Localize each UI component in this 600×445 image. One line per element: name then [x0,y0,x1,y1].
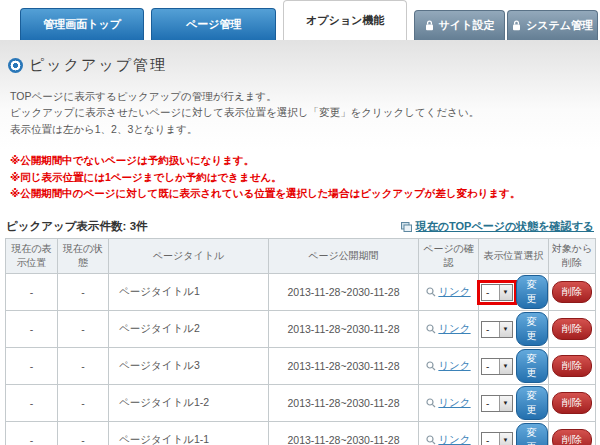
delete-button[interactable]: 削除 [552,429,592,445]
cell-current-position: - [6,422,58,445]
table-row: - - ページタイトル3 2013-11-28~2030-11-28 リンク -… [6,348,596,385]
col-position-select: 表示位置選択 [479,239,549,274]
col-page-title: ページタイトル [109,239,269,274]
page-preview-link[interactable]: リンク [438,322,470,336]
magnifier-icon [426,435,436,445]
chevron-down-icon: ▼ [499,359,512,374]
bullet-circle-icon [8,58,23,73]
position-select-value: - [482,287,489,298]
table-row: - - ページタイトル2 2013-11-28~2030-11-28 リンク -… [6,311,596,348]
tab-site-settings-label: サイト設定 [439,18,495,33]
chevron-down-icon: ▼ [499,396,512,411]
cell-current-status: - [58,422,109,445]
warning-text: ※公開期間中でないページは予約扱いになります。 ※同じ表示位置には1ページまでし… [10,152,590,202]
position-select-dropdown[interactable]: - ▼ [481,358,513,375]
cell-position-select: - ▼ 変更 [479,422,549,445]
change-button[interactable]: 変更 [516,312,548,346]
change-button[interactable]: 変更 [516,349,548,383]
cell-delete: 削除 [549,385,596,422]
cell-position-select: - ▼ 変更 [479,348,549,385]
magnifier-icon [426,361,436,371]
check-top-page-status-label: 現在のTOPページの状態を確認する [416,219,594,234]
position-select-value: - [482,324,489,335]
position-select-value: - [482,435,489,445]
cell-page-confirm: リンク [419,422,479,445]
cell-current-position: - [6,348,58,385]
change-button[interactable]: 変更 [516,386,548,420]
page-title: ピックアップ管理 [29,56,167,75]
lock-icon [425,20,434,31]
check-top-page-status-link[interactable]: 現在のTOPページの状態を確認する [401,219,594,234]
cell-current-status: - [58,385,109,422]
position-select-dropdown[interactable]: - ▼ [481,284,513,301]
top-tab-bar: 管理画面トップ ページ管理 オプション機能 サイト設定 システム管理 [0,0,600,40]
magnifier-icon [426,398,436,408]
chevron-down-icon: ▼ [499,322,512,337]
cell-delete: 削除 [549,311,596,348]
cell-page-confirm: リンク [419,385,479,422]
position-select-dropdown[interactable]: - ▼ [481,395,513,412]
tab-admin-top[interactable]: 管理画面トップ [20,8,144,40]
window-icon [401,222,412,232]
cell-current-position: - [6,385,58,422]
position-select-dropdown[interactable]: - ▼ [481,321,513,338]
delete-button[interactable]: 削除 [552,355,592,377]
tab-system-management-label: システム管理 [526,18,593,33]
page-heading: ピックアップ管理 [0,40,600,75]
cell-page-period: 2013-11-28~2030-11-28 [269,348,419,385]
cell-current-status: - [58,274,109,311]
cell-page-title: ページタイトル1-2 [109,385,269,422]
pickup-table: 現在の表示位置 現在の状態 ページタイトル ページ公開期間 ページの確認 表示位… [5,238,596,445]
cell-position-select: - ▼ 変更 [479,385,549,422]
table-row: - - ページタイトル1-2 2013-11-28~2030-11-28 リンク… [6,385,596,422]
position-select-value: - [482,398,489,409]
cell-page-period: 2013-11-28~2030-11-28 [269,422,419,445]
warning-line: ※同じ表示位置には1ページまでしか予約はできません。 [10,169,590,186]
position-select-value: - [482,361,489,372]
cell-delete: 削除 [549,422,596,445]
description-line: ピックアップに表示させたいページに対して表示位置を選択し「変更」をクリックしてく… [10,104,590,120]
change-button[interactable]: 変更 [516,275,548,309]
cell-current-position: - [6,311,58,348]
cell-page-period: 2013-11-28~2030-11-28 [269,311,419,348]
main-content: ピックアップ管理 TOPページに表示するピックアップの管理が行えます。 ピックア… [0,40,600,445]
tab-page-management[interactable]: ページ管理 [151,8,275,40]
col-current-position: 現在の表示位置 [6,239,58,274]
page-preview-link[interactable]: リンク [438,396,470,410]
warning-line: ※公開期間中のページに対して既に表示されている位置を選択した場合はピックアップが… [10,185,590,202]
cell-delete: 削除 [549,348,596,385]
page-preview-link[interactable]: リンク [438,359,470,373]
table-row: - - ページタイトル1-1 2013-11-28~2030-11-28 リンク… [6,422,596,445]
cell-page-confirm: リンク [419,348,479,385]
magnifier-icon [426,324,436,334]
position-select-dropdown[interactable]: - ▼ [481,432,513,445]
cell-current-status: - [58,311,109,348]
cell-page-title: ページタイトル2 [109,311,269,348]
table-row: - - ページタイトル1 2013-11-28~2030-11-28 リンク -… [6,274,596,311]
warning-line: ※公開期間中でないページは予約扱いになります。 [10,152,590,169]
description-text: TOPページに表示するピックアップの管理が行えます。 ピックアップに表示させたい… [10,88,590,137]
magnifier-icon [426,287,436,297]
cell-position-select: - ▼ 変更 [479,311,549,348]
delete-button[interactable]: 削除 [552,318,592,340]
table-header-row: 現在の表示位置 現在の状態 ページタイトル ページ公開期間 ページの確認 表示位… [6,239,596,274]
delete-button[interactable]: 削除 [552,392,592,414]
cell-page-confirm: リンク [419,274,479,311]
cell-page-period: 2013-11-28~2030-11-28 [269,385,419,422]
col-page-confirm: ページの確認 [419,239,479,274]
change-button[interactable]: 変更 [516,423,548,445]
description-line: 表示位置は左から1、2、3となります。 [10,121,590,137]
cell-position-select: - ▼ 変更 [479,274,549,311]
col-delete: 対象から削除 [549,239,596,274]
cell-page-title: ページタイトル1-1 [109,422,269,445]
cell-delete: 削除 [549,274,596,311]
delete-button[interactable]: 削除 [552,281,592,303]
tab-site-settings[interactable]: サイト設定 [414,10,505,40]
cell-page-title: ページタイトル3 [109,348,269,385]
page-preview-link[interactable]: リンク [438,433,470,445]
chevron-down-icon: ▼ [499,433,512,445]
page-preview-link[interactable]: リンク [438,285,470,299]
tab-option-features[interactable]: オプション機能 [283,0,407,40]
tab-system-management[interactable]: システム管理 [507,10,598,40]
pickup-count-label: ピックアップ表示件数: 3件 [6,219,148,234]
